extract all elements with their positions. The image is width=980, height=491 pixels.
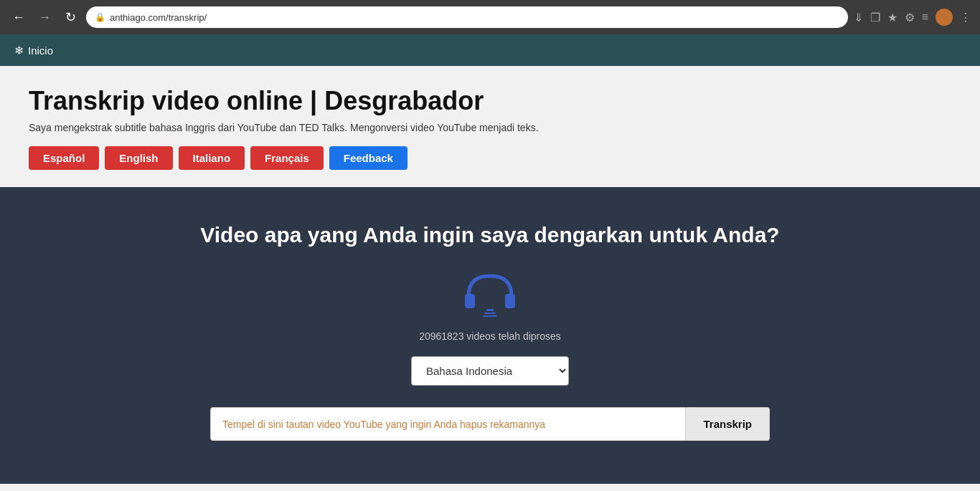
url-text: anthiago.com/transkrip/ bbox=[110, 12, 207, 23]
browser-actions: ⇓ ❐ ★ ⚙ ≡ ⋮ bbox=[854, 9, 971, 26]
svg-rect-0 bbox=[465, 294, 475, 308]
headphone-icon bbox=[461, 269, 519, 319]
extensions-icon[interactable]: ⚙ bbox=[905, 11, 915, 24]
page-title: Transkrip video online | Desgrabador bbox=[29, 86, 951, 116]
feedback-button[interactable]: Feedback bbox=[329, 146, 407, 170]
hero-section: Transkrip video online | Desgrabador Say… bbox=[0, 66, 980, 187]
address-bar[interactable]: 🔒 anthiago.com/transkrip/ bbox=[86, 6, 848, 28]
share-icon[interactable]: ❐ bbox=[870, 11, 880, 24]
more-icon[interactable]: ⋮ bbox=[960, 11, 971, 24]
star-icon[interactable]: ★ bbox=[887, 11, 897, 24]
main-question: Video apa yang Anda ingin saya dengarkan… bbox=[200, 223, 779, 247]
svg-rect-3 bbox=[484, 313, 496, 314]
video-count: 20961823 videos telah diproses bbox=[419, 330, 561, 342]
nav-logo-text: Inicio bbox=[28, 44, 53, 57]
lang-button-english[interactable]: English bbox=[105, 146, 172, 170]
lang-button-francais[interactable]: Français bbox=[250, 146, 324, 170]
top-nav: ❄ Inicio bbox=[0, 34, 980, 66]
download-icon[interactable]: ⇓ bbox=[854, 11, 863, 24]
menu-icon[interactable]: ≡ bbox=[922, 11, 928, 24]
lang-button-espanol[interactable]: Español bbox=[29, 146, 99, 170]
lang-button-italiano[interactable]: Italiano bbox=[179, 146, 245, 170]
avatar[interactable] bbox=[936, 9, 953, 26]
back-button[interactable]: ← bbox=[9, 10, 29, 25]
nav-logo[interactable]: ❄ Inicio bbox=[14, 44, 53, 57]
hero-subtitle: Saya mengekstrak subtitle bahasa Inggris… bbox=[29, 122, 951, 133]
snowflake-icon: ❄ bbox=[14, 44, 24, 57]
main-section: Video apa yang Anda ingin saya dengarkan… bbox=[0, 187, 980, 484]
search-row: Transkrip bbox=[210, 407, 770, 441]
transkrip-button[interactable]: Transkrip bbox=[686, 407, 770, 441]
forward-button[interactable]: → bbox=[34, 10, 55, 25]
video-url-input[interactable] bbox=[210, 407, 686, 441]
language-select[interactable]: Bahasa Indonesia English Español Italian… bbox=[411, 356, 569, 386]
svg-rect-2 bbox=[486, 309, 494, 311]
browser-chrome: ← → ↻ 🔒 anthiago.com/transkrip/ ⇓ ❐ ★ ⚙ … bbox=[0, 0, 980, 34]
reload-button[interactable]: ↻ bbox=[60, 9, 80, 25]
svg-rect-4 bbox=[483, 315, 497, 317]
lock-icon: 🔒 bbox=[95, 12, 105, 22]
language-buttons: Español English Italiano Français Feedba… bbox=[29, 146, 951, 170]
svg-rect-1 bbox=[505, 294, 515, 308]
